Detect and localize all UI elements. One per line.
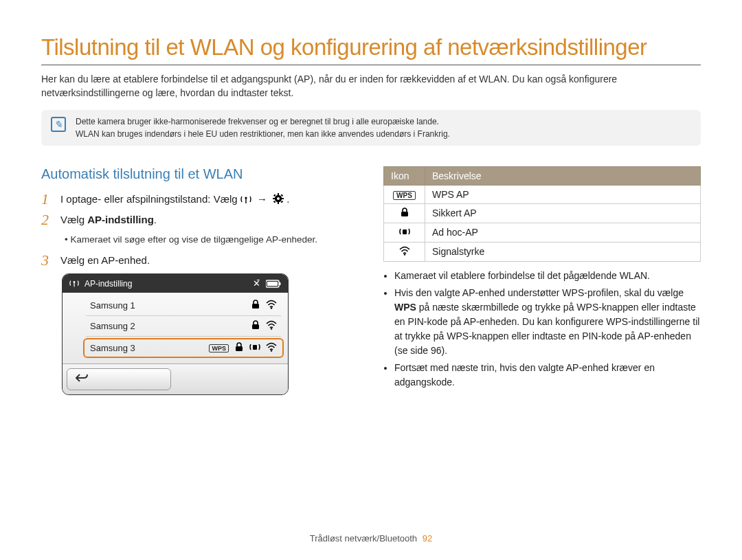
back-button[interactable]	[67, 368, 171, 390]
table-head-desc: Beskrivelse	[425, 166, 701, 185]
step-1-text-pre: I optage- eller afspilningstilstand: Væl…	[60, 193, 240, 205]
section-title: Automatisk tilslutning til et WLAN	[41, 166, 359, 182]
device-header-label: AP-indstilling	[85, 279, 132, 289]
text: Hvis den valgte AP-enhed understøtter WP…	[394, 287, 684, 298]
table-row: Signalstyrke	[384, 242, 701, 261]
ap-row[interactable]: Samsung 1	[86, 295, 281, 316]
svg-rect-5	[278, 202, 279, 204]
svg-rect-24	[401, 212, 408, 216]
ap-row[interactable]: Samsung 3WPS	[83, 338, 284, 358]
footer-section: Trådløst netværk/Bluetooth	[310, 533, 417, 544]
note-icon: ✎	[51, 117, 66, 132]
svg-point-23	[271, 350, 272, 351]
step-3: 3 Vælg en AP-enhed.	[41, 253, 359, 268]
wifi-icon	[266, 342, 277, 354]
step-2-text-pre: Vælg	[60, 214, 87, 225]
text-bold: WPS	[394, 302, 416, 313]
table-row: Sikkert AP	[384, 203, 701, 223]
list-item: Hvis den valgte AP-enhed understøtter WP…	[394, 286, 701, 358]
wps-badge-icon: WPS	[393, 191, 416, 200]
step-number: 2	[41, 212, 54, 227]
device-screenshot: AP-indstilling ✕̄ Samsung 1Samsung 2Sams…	[62, 273, 289, 395]
svg-point-20	[271, 328, 272, 329]
intro-paragraph: Her kan du lære at etablere forbindelse …	[41, 72, 701, 100]
svg-point-18	[271, 307, 272, 309]
svg-rect-16	[279, 282, 281, 285]
step-number: 3	[41, 253, 54, 268]
ap-row[interactable]: Samsung 2	[86, 316, 281, 337]
right-bullet-list: Kameraet vil etablere forbindelse til de…	[383, 269, 701, 390]
svg-rect-4	[278, 193, 279, 195]
page-title: Tilslutning til et WLAN og konfigurering…	[41, 34, 701, 65]
gear-icon	[273, 193, 284, 203]
page-footer: Trådløst netværk/Bluetooth 92	[0, 533, 742, 544]
antenna-icon	[240, 193, 251, 203]
svg-point-3	[277, 197, 280, 200]
battery-icon	[266, 280, 281, 288]
step-number: 1	[41, 192, 54, 207]
ap-name: Samsung 2	[90, 321, 245, 331]
icon-desc: Sikkert AP	[425, 203, 701, 223]
svg-rect-17	[252, 304, 259, 309]
lock-icon	[251, 320, 260, 332]
arrow-icon: →	[257, 193, 267, 205]
page-number: 92	[423, 533, 432, 544]
wps-badge-icon: WPS	[209, 344, 229, 352]
svg-rect-11	[281, 200, 284, 203]
step-3-text: Vælg en AP-enhed.	[60, 253, 150, 268]
svg-rect-19	[252, 324, 259, 329]
svg-rect-22	[253, 345, 257, 350]
svg-rect-15	[267, 282, 278, 286]
svg-rect-10	[273, 200, 276, 203]
icon-desc: WPS AP	[425, 185, 701, 203]
svg-rect-25	[403, 229, 407, 234]
antenna-icon	[69, 279, 79, 289]
ap-name: Samsung 3	[90, 343, 203, 353]
text: på næste skærmbillede og trykke på WPS-k…	[394, 302, 699, 356]
icon-legend-table: Ikon Beskrivelse WPSWPS APSikkert APAd h…	[383, 166, 701, 262]
lock-icon	[251, 300, 260, 311]
svg-rect-13	[74, 282, 74, 287]
table-row: WPSWPS AP	[384, 185, 701, 203]
list-item: Fortsæt med næste trin, hvis den valgte …	[394, 361, 701, 390]
svg-rect-1	[245, 198, 246, 203]
adhoc-icon	[249, 342, 260, 354]
wifi-icon	[266, 300, 277, 311]
step-1: 1 I optage- eller afspilningstilstand: V…	[41, 192, 359, 207]
step-1-text-post: .	[286, 193, 289, 205]
step-2-bullet: Kameraet vil søge efter og vise de tilgæ…	[65, 233, 359, 247]
step-2-bold: AP-indstilling	[87, 214, 154, 225]
note-line-2: WLAN kan bruges indendørs i hele EU uden…	[76, 128, 450, 140]
svg-rect-8	[273, 194, 276, 197]
icon-desc: Ad hoc-AP	[425, 223, 701, 242]
ap-name: Samsung 1	[90, 300, 245, 311]
step-2: 2 Vælg AP-indstilling.	[41, 212, 359, 227]
adhoc-icon	[399, 227, 410, 238]
note-line-1: Dette kamera bruger ikke-harmoniserede f…	[76, 115, 450, 128]
svg-rect-21	[236, 346, 243, 351]
no-signal-icon: ✕̄	[253, 278, 260, 289]
svg-rect-6	[273, 198, 275, 199]
table-row: Ad hoc-AP	[384, 223, 701, 242]
svg-rect-7	[282, 198, 284, 199]
table-head-icon: Ikon	[384, 166, 425, 185]
step-2-text-post: .	[154, 214, 157, 225]
lock-icon	[234, 342, 244, 354]
wifi-icon	[399, 247, 410, 258]
svg-rect-9	[281, 194, 284, 197]
lock-icon	[400, 208, 409, 219]
note-box: ✎ Dette kamera bruger ikke-harmoniserede…	[41, 110, 701, 146]
icon-desc: Signalstyrke	[425, 242, 701, 261]
list-item: Kameraet vil etablere forbindelse til de…	[394, 269, 701, 283]
svg-point-26	[403, 254, 405, 255]
wifi-icon	[266, 320, 277, 332]
